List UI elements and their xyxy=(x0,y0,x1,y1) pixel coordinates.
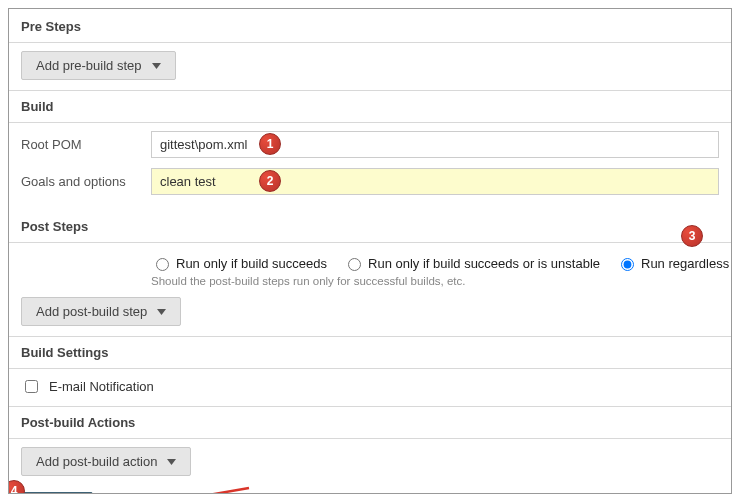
post-build-actions-heading: Post-build Actions xyxy=(21,415,719,430)
divider xyxy=(9,406,731,407)
root-pom-input[interactable] xyxy=(151,131,719,158)
build-settings-heading: Build Settings xyxy=(21,345,719,360)
root-pom-label: Root POM xyxy=(21,131,151,152)
save-button[interactable]: Save xyxy=(21,492,93,494)
radio-input[interactable] xyxy=(156,258,169,271)
annotation-marker-1: 1 xyxy=(259,133,281,155)
email-notification-checkbox[interactable] xyxy=(25,380,38,393)
button-label: Add post-build step xyxy=(36,304,147,319)
annotation-marker-3: 3 xyxy=(681,225,703,247)
post-steps-heading: Post Steps xyxy=(21,219,719,234)
button-label: Add pre-build step xyxy=(36,58,142,73)
goals-label: Goals and options xyxy=(21,168,151,189)
radio-label: Run only if build succeeds or is unstabl… xyxy=(368,256,600,271)
radio-regardless[interactable]: Run regardless of xyxy=(616,255,732,271)
radio-input[interactable] xyxy=(621,258,634,271)
divider xyxy=(9,42,731,43)
divider xyxy=(9,90,731,91)
config-panel: Pre Steps Add pre-build step Build Root … xyxy=(8,8,732,494)
divider xyxy=(9,368,731,369)
divider xyxy=(9,122,731,123)
radio-label: Run only if build succeeds xyxy=(176,256,327,271)
divider xyxy=(9,438,731,439)
chevron-down-icon xyxy=(157,309,166,315)
radio-label: Run regardless of xyxy=(641,256,732,271)
add-post-build-step-button[interactable]: Add post-build step xyxy=(21,297,181,326)
divider xyxy=(9,336,731,337)
chevron-down-icon xyxy=(152,63,161,69)
radio-input[interactable] xyxy=(348,258,361,271)
divider xyxy=(9,242,731,243)
email-notification-label: E-mail Notification xyxy=(49,379,154,394)
button-label: Add post-build action xyxy=(36,454,157,469)
svg-line-0 xyxy=(87,488,249,494)
post-step-radio-group: Run only if build succeeds Run only if b… xyxy=(151,251,719,271)
radio-succeeds[interactable]: Run only if build succeeds xyxy=(151,255,327,271)
build-heading: Build xyxy=(21,99,719,114)
add-pre-build-step-button[interactable]: Add pre-build step xyxy=(21,51,176,80)
add-post-build-action-button[interactable]: Add post-build action xyxy=(21,447,191,476)
radio-unstable[interactable]: Run only if build succeeds or is unstabl… xyxy=(343,255,600,271)
chevron-down-icon xyxy=(167,459,176,465)
annotation-marker-2: 2 xyxy=(259,170,281,192)
annotation-marker-4: 4 xyxy=(8,480,25,494)
pre-steps-heading: Pre Steps xyxy=(21,19,719,34)
annotation-arrow xyxy=(79,482,259,494)
post-step-hint: Should the post-build steps run only for… xyxy=(151,275,719,287)
goals-input[interactable] xyxy=(151,168,719,195)
